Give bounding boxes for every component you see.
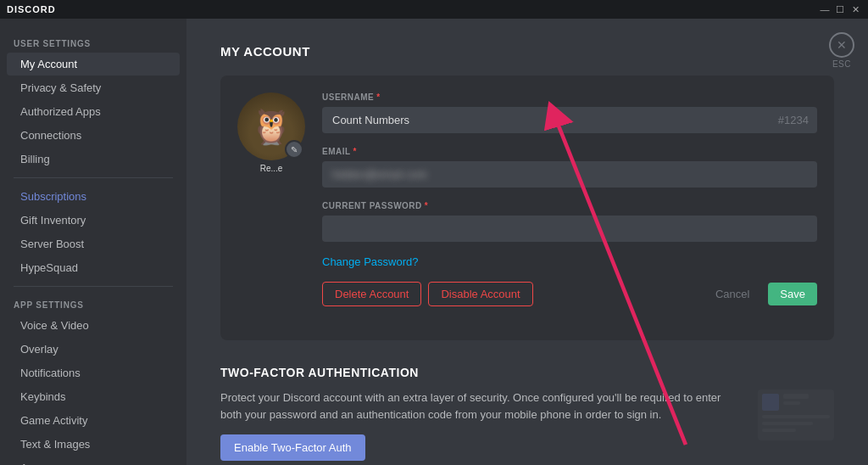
page-title: MY ACCOUNT (220, 44, 834, 59)
esc-label: ESC (832, 59, 851, 69)
titlebar: DISCORD — ☐ ✕ (0, 0, 868, 19)
save-actions: Cancel Save (704, 283, 817, 305)
sidebar-item-my-account[interactable]: My Account (7, 53, 180, 76)
sidebar-item-server-boost[interactable]: Server Boost (7, 232, 180, 255)
account-card: 🦉 ✎ Re...e USERNAME * (220, 76, 834, 340)
tfa-content: Protect your Discord account with an ext… (220, 389, 834, 461)
svg-rect-2 (783, 394, 809, 399)
account-header: 🦉 ✎ Re...e USERNAME * (237, 92, 817, 306)
sidebar-item-billing[interactable]: Billing (7, 148, 180, 171)
username-input-wrapper: #1234 (322, 107, 817, 133)
sidebar-item-overlay[interactable]: Overlay (7, 338, 180, 361)
discord-logo: DISCORD (7, 4, 56, 14)
main-content: ✕ ESC MY ACCOUNT 🦉 ✎ Re...e (186, 19, 868, 465)
save-button[interactable]: Save (768, 283, 817, 305)
svg-rect-6 (762, 429, 796, 432)
close-button[interactable]: ✕ (829, 32, 854, 58)
tfa-description: Protect your Discord account with an ext… (220, 389, 741, 423)
maximize-button[interactable]: ☐ (834, 3, 846, 15)
username-label: USERNAME * (322, 92, 817, 102)
disable-account-button[interactable]: Disable Account (428, 282, 532, 306)
app-settings-label: APP SETTINGS (0, 294, 186, 313)
close-window-button[interactable]: ✕ (849, 3, 861, 15)
current-password-label: CURRENT PASSWORD * (322, 201, 817, 210)
sidebar-item-authorized-apps[interactable]: Authorized Apps (7, 100, 180, 123)
form-fields: USERNAME * #1234 EMAIL * (322, 92, 817, 306)
sidebar-item-privacy-safety[interactable]: Privacy & Safety (7, 76, 180, 99)
sidebar-item-connections[interactable]: Connections (7, 124, 180, 147)
tfa-title: TWO-FACTOR AUTHENTICATION (220, 366, 834, 379)
sidebar-item-hypesquad[interactable]: HypeSquad (7, 256, 180, 279)
username-tag: #1234 (778, 114, 809, 126)
email-label: EMAIL * (322, 147, 817, 156)
enable-tfa-button[interactable]: Enable Two-Factor Auth (220, 434, 365, 461)
sidebar-item-text-images[interactable]: Text & Images (7, 433, 180, 456)
tfa-text: Protect your Discord account with an ext… (220, 389, 741, 461)
svg-rect-3 (783, 401, 800, 405)
cancel-button[interactable]: Cancel (704, 283, 761, 305)
email-required: * (353, 147, 357, 156)
avatar-section: 🦉 ✎ Re...e (237, 92, 305, 173)
app-title: DISCORD (7, 4, 56, 14)
avatar-container: 🦉 ✎ (237, 92, 305, 160)
current-password-group: CURRENT PASSWORD * (322, 201, 817, 242)
delete-account-button[interactable]: Delete Account (322, 282, 421, 306)
svg-rect-1 (762, 394, 779, 411)
svg-rect-4 (762, 415, 830, 418)
sidebar-item-keybinds[interactable]: Keybinds (7, 385, 180, 408)
sidebar-item-appearance[interactable]: Appearance (7, 457, 180, 465)
email-group: EMAIL * hidden@email.com (322, 147, 817, 188)
edit-icon: ✎ (291, 145, 298, 154)
username-required: * (376, 92, 380, 102)
sidebar: USER SETTINGS My Account Privacy & Safet… (0, 19, 186, 465)
change-password-link[interactable]: Change Password? (322, 255, 817, 268)
close-icon: ✕ (837, 38, 847, 52)
avatar-username-label: Re...e (260, 164, 283, 173)
sidebar-item-gift-inventory[interactable]: Gift Inventory (7, 209, 180, 232)
svg-rect-5 (762, 422, 813, 425)
sidebar-item-notifications[interactable]: Notifications (7, 361, 180, 384)
sidebar-divider-2 (14, 286, 173, 287)
user-settings-label: USER SETTINGS (0, 32, 186, 52)
sidebar-item-game-activity[interactable]: Game Activity (7, 409, 180, 432)
tfa-image (758, 389, 834, 440)
destructive-actions: Delete Account Disable Account (322, 282, 533, 306)
current-password-required: * (425, 201, 428, 210)
minimize-button[interactable]: — (819, 3, 831, 15)
username-input[interactable] (322, 107, 817, 133)
avatar-edit-button[interactable]: ✎ (285, 140, 303, 159)
current-password-input[interactable] (322, 216, 817, 242)
username-group: USERNAME * #1234 (322, 92, 817, 133)
app-container: USER SETTINGS My Account Privacy & Safet… (0, 19, 868, 465)
sidebar-item-voice-video[interactable]: Voice & Video (7, 314, 180, 337)
form-actions: Delete Account Disable Account Cancel Sa… (322, 282, 817, 306)
window-controls[interactable]: — ☐ ✕ (819, 3, 861, 15)
sidebar-item-subscriptions[interactable]: Subscriptions (7, 185, 180, 208)
tfa-section: TWO-FACTOR AUTHENTICATION Protect your D… (220, 366, 834, 461)
email-value: hidden@email.com (322, 161, 817, 188)
sidebar-divider-1 (14, 177, 173, 178)
